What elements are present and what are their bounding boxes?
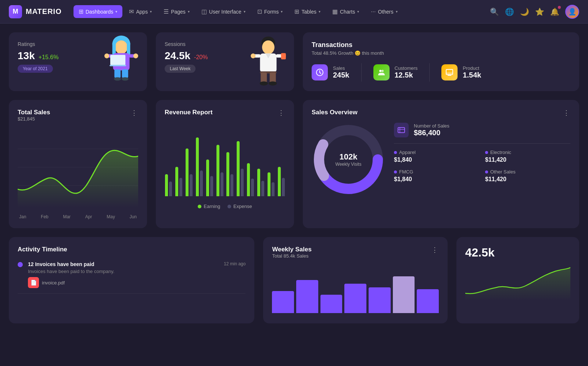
svg-point-16 xyxy=(262,40,275,54)
nav-item-forms[interactable]: ⊡ Forms ▾ xyxy=(252,5,288,18)
earning-label: Earning xyxy=(204,204,220,209)
stat-apparel: Apparel $1,840 xyxy=(394,150,479,163)
svg-rect-9 xyxy=(110,55,125,65)
label-feb: Feb xyxy=(41,214,49,219)
donut-chart: 102k Weekly Visits xyxy=(312,123,385,196)
weekly-bar-3 xyxy=(320,295,343,313)
exp-bar xyxy=(261,181,264,196)
nav-item-ui[interactable]: ◫ User Interface ▾ xyxy=(196,5,251,18)
other-sales-name: Other Sales xyxy=(485,169,570,175)
product-info: Product 1.54k xyxy=(463,65,481,79)
svg-rect-12 xyxy=(122,69,128,78)
sales-icon xyxy=(312,64,328,80)
nav-label-pages: Pages xyxy=(171,9,186,15)
nav-item-apps[interactable]: ✉ Apps ▾ xyxy=(124,5,157,18)
svg-rect-10 xyxy=(110,65,126,66)
svg-point-30 xyxy=(379,70,381,72)
avatar[interactable]: 👤 xyxy=(565,5,579,19)
sessions-badge: Last Week xyxy=(165,65,196,73)
ratings-badge[interactable]: Year of 2021 xyxy=(18,65,53,73)
nav-item-tables[interactable]: ⊞ Tables ▾ xyxy=(289,5,325,18)
revenue-title: Revenue Report xyxy=(165,109,212,116)
electronic-dot xyxy=(485,151,488,154)
exp-bar xyxy=(210,176,213,196)
pages-icon: ☰ xyxy=(164,8,169,15)
sales-overview-menu[interactable]: ⋮ xyxy=(563,109,570,117)
weekly-sales-menu[interactable]: ⋮ xyxy=(431,246,439,254)
other-sales-dot xyxy=(485,171,488,173)
nav-label-forms: Forms xyxy=(264,9,279,15)
logo-icon: M xyxy=(9,5,22,18)
nav-item-pages[interactable]: ☰ Pages ▾ xyxy=(158,5,195,18)
notification-icon[interactable]: 🔔 xyxy=(550,7,559,16)
timeline-header: 12 Invoices have been paid 12 min ago xyxy=(28,261,245,267)
bar-group-12 xyxy=(278,167,285,196)
header: M MATERIO ⊞ Dashboards ▾ ✉ Apps ▾ ☰ Page… xyxy=(0,0,588,24)
earn-bar xyxy=(278,167,281,196)
svg-point-21 xyxy=(251,54,255,58)
total-sales-value: $21,845 xyxy=(18,116,50,122)
translate-icon[interactable]: 🌐 xyxy=(505,7,514,16)
svg-rect-11 xyxy=(114,69,121,78)
total-sales-menu[interactable]: ⋮ xyxy=(131,109,138,117)
earn-bar xyxy=(175,167,178,196)
revenue-menu[interactable]: ⋮ xyxy=(278,109,285,117)
overview-stats: Number of Sales $86,400 Apparel $1,840 xyxy=(394,123,570,183)
svg-point-31 xyxy=(381,70,384,72)
svg-point-8 xyxy=(133,54,138,58)
nav-item-others[interactable]: ··· Others ▾ xyxy=(366,6,402,18)
theme-toggle-icon[interactable]: 🌙 xyxy=(520,7,529,16)
nav-label-dashboards: Dashboards xyxy=(86,9,114,15)
svg-rect-41 xyxy=(398,128,405,133)
svg-point-27 xyxy=(260,81,268,85)
earn-bar xyxy=(268,172,270,196)
ratings-card: Ratings 13k +15.6% Year of 2021 xyxy=(9,32,147,91)
nav-item-dashboards[interactable]: ⊞ Dashboards ▾ xyxy=(74,5,123,18)
mini-line-chart xyxy=(465,264,570,301)
weekly-sales-subtitle: Total 85.4k Sales xyxy=(272,253,311,259)
nav-label-charts: Charts xyxy=(340,9,355,15)
revenue-report-card: Revenue Report ⋮ xyxy=(156,100,294,228)
bar-group-10 xyxy=(257,169,264,196)
product-icon xyxy=(441,64,458,80)
total-sales-card: Total Sales $21,845 ⋮ xyxy=(9,100,147,228)
overview-main-value: $86,400 xyxy=(414,129,449,137)
header-actions: 🔍 🌐 🌙 ⭐ 🔔 👤 xyxy=(490,5,579,19)
weekly-bar-4 xyxy=(344,284,366,313)
divider xyxy=(361,63,362,82)
exp-bar xyxy=(230,174,233,196)
ratings-value: 13k xyxy=(18,50,35,62)
transactions-title: Transactions xyxy=(312,41,570,49)
chevron-down-icon: ▾ xyxy=(244,10,245,14)
donut-label: 102k Weekly Visits xyxy=(336,152,362,167)
label-jun: Jun xyxy=(130,214,137,219)
mini-stat-value: 42.5k xyxy=(465,246,570,259)
others-icon: ··· xyxy=(371,8,376,15)
star-icon[interactable]: ⭐ xyxy=(535,7,544,16)
timeline-title: 12 Invoices have been paid xyxy=(28,261,94,267)
logo-area: M MATERIO xyxy=(9,5,62,18)
exp-bar xyxy=(241,169,244,196)
weekly-sales-card: Weekly Sales Total 85.4k Sales ⋮ xyxy=(263,237,447,323)
earn-bar xyxy=(196,137,199,196)
bottom-cards-row: Activity Timeline 12 Invoices have been … xyxy=(9,237,579,323)
apparel-dot xyxy=(394,151,397,154)
sales-overview-header: Sales Overview ⋮ xyxy=(312,109,570,117)
sales-overview-title: Sales Overview xyxy=(312,109,358,116)
transactions-stats: Sales 245k Customers xyxy=(312,63,570,82)
chevron-down-icon: ▾ xyxy=(396,10,398,14)
sessions-card: Sessions 24.5k -20% Last Week xyxy=(156,32,294,91)
customers-value: 12.5k xyxy=(395,71,418,79)
bar-group-7 xyxy=(226,152,233,196)
sales-label: Sales xyxy=(333,65,349,71)
search-icon[interactable]: 🔍 xyxy=(490,7,499,16)
svg-point-1 xyxy=(115,40,128,54)
electronic-value: $11,420 xyxy=(485,157,570,163)
ratings-change: +15.6% xyxy=(39,54,59,61)
divider xyxy=(429,63,430,82)
nav-item-charts[interactable]: ▦ Charts ▾ xyxy=(327,5,364,18)
overview-main-label: Number of Sales xyxy=(414,123,449,129)
exp-bar xyxy=(220,172,223,196)
timeline-desc: Invoices have been paid to the company. xyxy=(28,269,245,274)
notification-badge xyxy=(558,6,561,9)
